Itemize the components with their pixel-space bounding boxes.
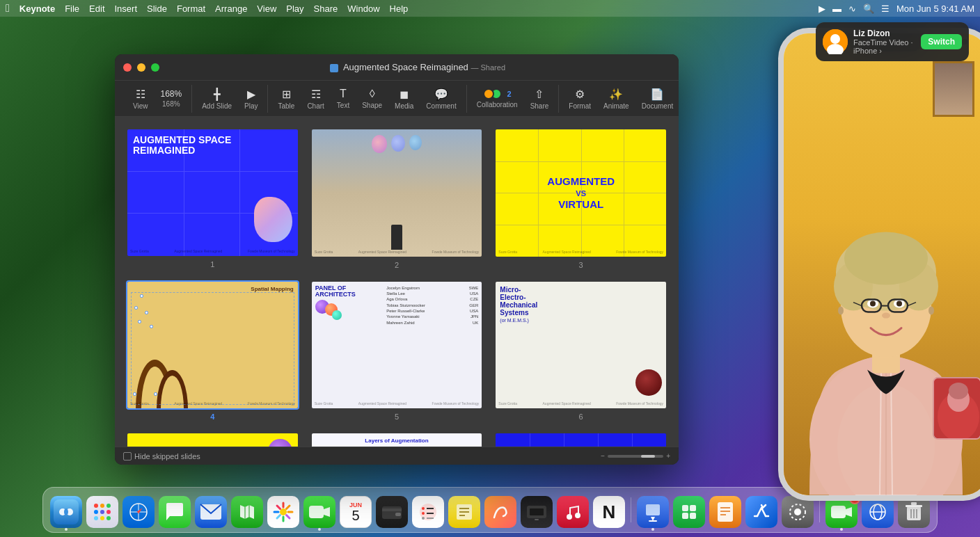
svg-rect-85 — [718, 502, 733, 522]
slide-item-7[interactable]: AUGO 7 — [126, 432, 299, 447]
shape-toolbar-button[interactable]: ◊ Shape — [356, 85, 388, 112]
text-toolbar-button[interactable]: T Text — [331, 85, 355, 112]
svg-marker-92 — [846, 507, 852, 517]
collab-avatars: 2 — [483, 88, 512, 99]
dock-photos-icon[interactable] — [267, 496, 299, 528]
close-button[interactable] — [123, 63, 132, 72]
edit-menu[interactable]: Edit — [89, 3, 104, 14]
dock-maps-icon[interactable] — [231, 496, 263, 528]
zoom-toolbar-button[interactable]: 168% 168% — [155, 86, 188, 111]
media-toolbar-button[interactable]: ◼ Media — [389, 85, 419, 113]
slide-3-footer: Suze GrottaAugmented Space ReimaginedFow… — [498, 250, 663, 254]
svg-rect-75 — [535, 519, 539, 520]
zoom-plus-icon[interactable]: + — [666, 452, 670, 460]
insert-menu[interactable]: Insert — [115, 3, 138, 14]
table-icon: ⊞ — [282, 88, 291, 101]
share-menu[interactable]: Share — [314, 3, 338, 14]
file-menu[interactable]: File — [65, 3, 79, 14]
menu-time: Mon Jun 5 9:41 AM — [896, 3, 974, 14]
chart-toolbar-button[interactable]: ☶ Chart — [301, 85, 329, 113]
svg-rect-60 — [382, 508, 402, 511]
dock-messages-icon[interactable] — [159, 496, 191, 528]
svg-rect-97 — [906, 505, 922, 507]
svg-point-89 — [794, 508, 801, 515]
slide-item-4[interactable]: Spatial Mapping — [126, 280, 299, 422]
slide-item-1[interactable]: AUGMENTED SPACE REIMAGINED Suze GrottaAu… — [126, 128, 299, 269]
dock-tv-icon[interactable] — [521, 496, 553, 528]
switch-button[interactable]: Switch — [921, 34, 962, 49]
menu-bar-left:  Keynote File Edit Insert Slide Format … — [6, 2, 408, 15]
control-center-icon[interactable]: ☰ — [881, 3, 890, 14]
format-menu[interactable]: Format — [177, 3, 205, 14]
play-menu[interactable]: Play — [286, 3, 303, 14]
dock-finder-icon[interactable] — [50, 496, 82, 528]
svg-point-17 — [896, 301, 902, 307]
add-slide-toolbar-button[interactable]: ╋ Add Slide — [196, 85, 237, 113]
zoom-slider[interactable] — [608, 455, 663, 458]
camera-icon: ▶ — [819, 3, 825, 14]
facetime-notification[interactable]: Liz Dizon FaceTime Video · iPhone › Swit… — [816, 22, 969, 61]
dock-reminders-icon[interactable] — [412, 496, 444, 528]
zoom-slider-track[interactable]: − + — [601, 452, 670, 460]
hide-skipped-area[interactable]: Hide skipped slides — [123, 452, 200, 460]
svg-point-35 — [100, 504, 104, 508]
animate-toolbar-button[interactable]: ✨ Animate — [598, 85, 635, 113]
collaboration-toolbar-button[interactable]: 2 Collaboration — [471, 86, 523, 111]
help-menu[interactable]: Help — [390, 3, 409, 14]
comment-icon: 💬 — [434, 88, 448, 101]
table-toolbar-button[interactable]: ⊞ Table — [272, 85, 300, 113]
zoom-minus-icon[interactable]: − — [601, 452, 605, 460]
dock-news-icon[interactable]: N — [593, 496, 625, 528]
svg-rect-98 — [911, 502, 917, 505]
dock-facetime-icon[interactable] — [303, 496, 335, 528]
svg-rect-81 — [682, 505, 688, 511]
dock-music-icon[interactable] — [557, 496, 589, 528]
slide-item-2[interactable]: Suze GrottaAugmented Space ReimaginedFow… — [310, 128, 484, 269]
comment-toolbar-button[interactable]: 💬 Comment — [420, 85, 461, 113]
minimize-button[interactable] — [137, 63, 145, 72]
slide-item-9[interactable]: PHYSICALAUGMENTEDVIRTUAL 9 — [494, 432, 667, 447]
window-titlebar: Augmented Space Reimagined — Shared — [115, 54, 679, 81]
share-toolbar-button[interactable]: ⇧ Share — [525, 85, 555, 113]
format-toolbar-button[interactable]: ⚙ Format — [563, 85, 596, 113]
keynote-active-dot — [651, 528, 654, 531]
dock-notes-icon[interactable] — [448, 496, 480, 528]
document-toolbar-button[interactable]: 📄 Document — [636, 85, 679, 113]
app-name-menu[interactable]: Keynote — [19, 3, 55, 14]
slide-item-6[interactable]: Micro-Electro-MechanicalSystems (or M.E.… — [494, 280, 667, 422]
slide-2-number: 2 — [395, 261, 399, 269]
dock-mail-icon[interactable] — [195, 496, 227, 528]
dock-safari-icon[interactable] — [122, 496, 155, 528]
facetime-sub-label: FaceTime Video · iPhone › — [853, 38, 915, 55]
svg-rect-82 — [690, 505, 696, 511]
dock-launchpad-icon[interactable] — [86, 496, 118, 528]
slide-grid-area[interactable]: AUGMENTED SPACE REIMAGINED Suze GrottaAu… — [115, 117, 679, 447]
slide-item-8[interactable]: Layers of Augmentation 8 — [310, 432, 484, 447]
view-menu[interactable]: View — [257, 3, 276, 14]
view-toolbar-button[interactable]: ☷ View — [127, 85, 154, 113]
slide-item-3[interactable]: AugmentedVSVirtual Suze GrottaAugmented … — [494, 128, 667, 269]
window-menu[interactable]: Window — [347, 3, 379, 14]
maximize-button[interactable] — [151, 63, 159, 72]
finder-active-dot — [65, 528, 68, 531]
hide-skipped-checkbox[interactable] — [123, 452, 132, 460]
dock-freeform-icon[interactable] — [484, 496, 516, 528]
slide-item-5[interactable]: PANEL OF ARCHITECTS Jocelyn EngstromSWE … — [310, 280, 484, 422]
dock-numbers-icon[interactable] — [673, 496, 705, 528]
dock-separator-2 — [819, 497, 820, 522]
dock-keynote-icon[interactable] — [637, 496, 669, 528]
slide-thumbnail-1: AUGMENTED SPACE REIMAGINED Suze GrottaAu… — [126, 128, 299, 257]
svg-point-67 — [422, 517, 425, 520]
search-icon[interactable]: 🔍 — [863, 3, 874, 14]
apple-menu[interactable]:  — [6, 2, 10, 15]
dock-pages-icon[interactable] — [709, 496, 741, 528]
dock-calendar-icon[interactable]: JUN 5 — [340, 496, 372, 528]
dock-appstore-icon[interactable] — [745, 496, 777, 528]
slide-menu[interactable]: Slide — [147, 3, 167, 14]
play-toolbar-button[interactable]: ▶ Play — [239, 85, 263, 113]
dock-wallet-icon[interactable] — [376, 496, 408, 528]
arrange-menu[interactable]: Arrange — [215, 3, 247, 14]
hide-skipped-label: Hide skipped slides — [134, 452, 200, 460]
chart-icon: ☶ — [311, 88, 321, 101]
slide-grid: AUGMENTED SPACE REIMAGINED Suze GrottaAu… — [126, 128, 667, 447]
